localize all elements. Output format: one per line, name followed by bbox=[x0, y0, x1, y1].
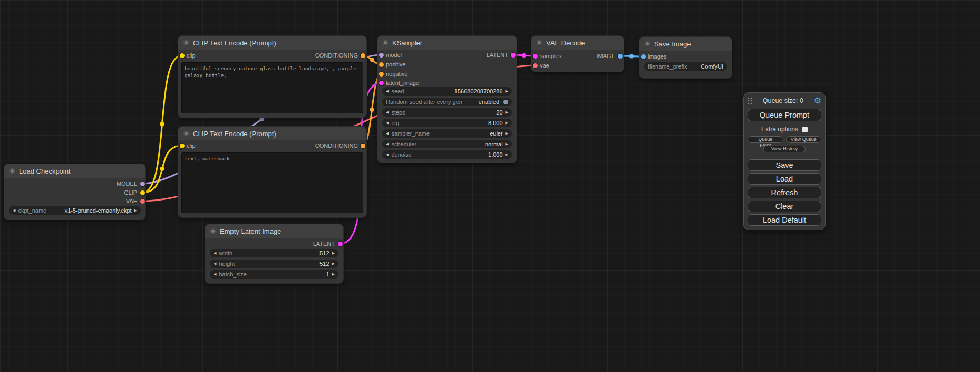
model-output-port[interactable] bbox=[140, 182, 145, 186]
queue-front-button[interactable]: Queue Front bbox=[748, 136, 783, 143]
steps-widget[interactable]: ◀ steps 20 ▶ bbox=[382, 108, 512, 117]
samples-input-port[interactable] bbox=[533, 54, 538, 59]
images-input-port[interactable] bbox=[641, 54, 646, 59]
denoise-widget[interactable]: ◀ denoise 1.000 ▶ bbox=[382, 150, 512, 159]
extra-options-checkbox[interactable] bbox=[802, 127, 808, 132]
latent-image-input-label: latent_image bbox=[386, 79, 419, 87]
collapse-dot-icon[interactable] bbox=[183, 40, 189, 45]
prev-arrow-icon[interactable]: ◀ bbox=[386, 129, 389, 138]
clip-input-port[interactable] bbox=[180, 53, 185, 58]
vae-input-port[interactable] bbox=[533, 63, 538, 68]
decrement-arrow-icon[interactable]: ◀ bbox=[214, 270, 216, 279]
increment-arrow-icon[interactable]: ▶ bbox=[332, 249, 335, 257]
latent-output-port[interactable] bbox=[338, 242, 343, 246]
node-header[interactable]: KSampler bbox=[377, 36, 517, 50]
increment-arrow-icon[interactable]: ▶ bbox=[506, 87, 508, 96]
clip-output-port[interactable] bbox=[140, 190, 145, 195]
node-title: Load Checkpoint bbox=[19, 167, 71, 175]
node-save-image[interactable]: Save Image images filename_prefix ComfyU… bbox=[639, 37, 732, 78]
batch-size-widget[interactable]: ◀ batch_size 1 ▶ bbox=[210, 270, 338, 279]
wire-clip-negative-midpoint-dot bbox=[160, 167, 164, 171]
collapse-dot-icon[interactable] bbox=[9, 168, 15, 174]
widget-value: 20 bbox=[496, 109, 502, 116]
image-output-port[interactable] bbox=[618, 54, 623, 59]
settings-gear-icon[interactable]: ⚙ bbox=[814, 97, 821, 105]
scheduler-widget[interactable]: ◀ scheduler normal ▶ bbox=[382, 140, 512, 148]
filename-prefix-widget[interactable]: filename_prefix ComfyUI bbox=[644, 62, 727, 71]
negative-input-port[interactable] bbox=[379, 72, 384, 77]
load-button[interactable]: Load bbox=[748, 173, 821, 185]
queue-buttons-row: Queue Front View Queue bbox=[748, 136, 821, 143]
decrement-arrow-icon[interactable]: ◀ bbox=[214, 260, 216, 268]
decrement-arrow-icon[interactable]: ◀ bbox=[386, 150, 389, 159]
save-button[interactable]: Save bbox=[748, 159, 821, 171]
next-arrow-icon[interactable]: ▶ bbox=[506, 140, 508, 148]
model-input-label: model bbox=[386, 51, 402, 59]
prev-arrow-icon[interactable]: ◀ bbox=[13, 206, 15, 215]
increment-arrow-icon[interactable]: ▶ bbox=[506, 119, 508, 127]
width-widget[interactable]: ◀ width 512 ▶ bbox=[210, 249, 338, 257]
node-header[interactable]: CLIP Text Encode (Prompt) bbox=[178, 36, 366, 50]
node-header[interactable]: VAE Decode bbox=[531, 36, 624, 50]
queue-menu-panel[interactable]: Queue size: 0 ⚙ Queue Prompt Extra optio… bbox=[743, 92, 826, 230]
vae-output-port[interactable] bbox=[140, 199, 145, 204]
clip-input-port[interactable] bbox=[180, 144, 185, 148]
cfg-widget[interactable]: ◀ cfg 8.000 ▶ bbox=[382, 119, 512, 127]
extra-options-row: Extra options bbox=[748, 126, 821, 133]
increment-arrow-icon[interactable]: ▶ bbox=[506, 150, 508, 159]
negative-input-label: negative bbox=[386, 70, 408, 78]
node-header[interactable]: CLIP Text Encode (Prompt) bbox=[178, 127, 366, 140]
node-clip-text-encode-negative[interactable]: CLIP Text Encode (Prompt) clip CONDITION… bbox=[178, 127, 366, 217]
menu-header[interactable]: Queue size: 0 ⚙ bbox=[748, 96, 821, 106]
conditioning-output-port[interactable] bbox=[361, 53, 365, 58]
collapse-dot-icon[interactable] bbox=[645, 41, 650, 46]
node-ksampler[interactable]: KSampler model positive negative latent_… bbox=[377, 36, 517, 163]
widget-value: 1.000 bbox=[488, 151, 503, 158]
decrement-arrow-icon[interactable]: ◀ bbox=[214, 249, 216, 257]
increment-arrow-icon[interactable]: ▶ bbox=[332, 270, 335, 279]
height-widget[interactable]: ◀ height 512 ▶ bbox=[210, 260, 338, 268]
next-arrow-icon[interactable]: ▶ bbox=[134, 206, 137, 215]
drag-handle-icon[interactable] bbox=[748, 97, 752, 104]
node-empty-latent-image[interactable]: Empty Latent Image LATENT ◀ width 512 ▶ … bbox=[205, 224, 343, 283]
widget-value: euler bbox=[490, 130, 502, 137]
random-seed-control-widget[interactable]: Random seed after every gen enabled bbox=[382, 98, 512, 106]
node-header[interactable]: Load Checkpoint bbox=[4, 164, 145, 178]
node-header[interactable]: Save Image bbox=[639, 37, 732, 51]
load-default-button[interactable]: Load Default bbox=[748, 214, 821, 226]
prev-arrow-icon[interactable]: ◀ bbox=[386, 140, 389, 148]
widget-value: enabled bbox=[479, 99, 499, 105]
node-load-checkpoint[interactable]: Load Checkpoint MODEL CLIP VAE ◀ ckpt_na… bbox=[4, 164, 145, 220]
view-history-button[interactable]: View History bbox=[763, 146, 806, 152]
negative-prompt-textarea[interactable]: text, watermark bbox=[181, 152, 363, 213]
node-vae-decode[interactable]: VAE Decode samples vae IMAGE bbox=[531, 36, 624, 72]
latent-image-input-port[interactable] bbox=[379, 81, 384, 85]
queue-prompt-button[interactable]: Queue Prompt bbox=[748, 109, 821, 121]
collapse-dot-icon[interactable] bbox=[183, 131, 189, 136]
view-queue-button[interactable]: View Queue bbox=[786, 136, 822, 143]
positive-input-port[interactable] bbox=[379, 62, 384, 67]
node-clip-text-encode-positive[interactable]: CLIP Text Encode (Prompt) clip CONDITION… bbox=[178, 36, 366, 118]
decrement-arrow-icon[interactable]: ◀ bbox=[386, 119, 389, 127]
collapse-dot-icon[interactable] bbox=[210, 228, 216, 234]
decrement-arrow-icon[interactable]: ◀ bbox=[386, 108, 389, 117]
graph-canvas[interactable]: { "colors": { "model": "#B39DDB", "clip"… bbox=[0, 0, 980, 372]
clear-button[interactable]: Clear bbox=[748, 201, 821, 212]
ckpt-name-widget[interactable]: ◀ ckpt_name v1-5-pruned-emaonly.ckpt ▶ bbox=[9, 206, 141, 215]
image-output-label: IMAGE bbox=[597, 52, 615, 60]
model-input-port[interactable] bbox=[379, 53, 384, 58]
seed-toggle-indicator[interactable] bbox=[503, 100, 508, 104]
latent-output-port[interactable] bbox=[511, 53, 516, 58]
increment-arrow-icon[interactable]: ▶ bbox=[332, 260, 335, 268]
sampler-name-widget[interactable]: ◀ sampler_name euler ▶ bbox=[382, 129, 512, 138]
conditioning-output-port[interactable] bbox=[361, 144, 365, 148]
next-arrow-icon[interactable]: ▶ bbox=[506, 129, 508, 138]
node-header[interactable]: Empty Latent Image bbox=[205, 224, 343, 238]
decrement-arrow-icon[interactable]: ◀ bbox=[386, 87, 389, 96]
refresh-button[interactable]: Refresh bbox=[748, 187, 821, 198]
collapse-dot-icon[interactable] bbox=[537, 40, 542, 45]
collapse-dot-icon[interactable] bbox=[383, 40, 388, 45]
increment-arrow-icon[interactable]: ▶ bbox=[506, 108, 508, 117]
seed-widget[interactable]: ◀ seed 156680208700286 ▶ bbox=[382, 87, 512, 96]
positive-prompt-textarea[interactable]: beautiful scenery nature glass bottle la… bbox=[181, 62, 363, 113]
